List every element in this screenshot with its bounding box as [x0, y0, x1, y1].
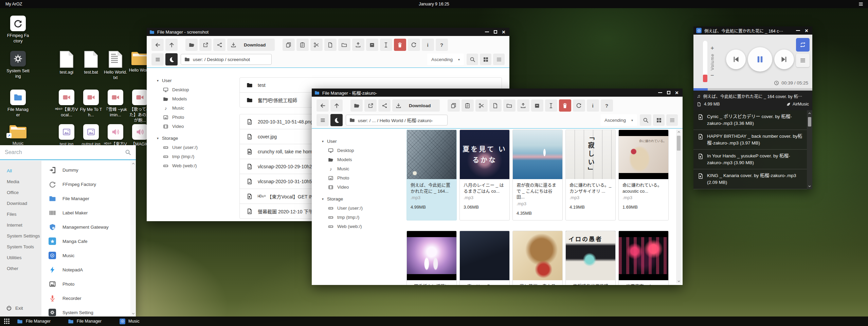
desktop-icon-file-manager[interactable]: File Manager [2, 90, 34, 118]
maximize-button[interactable] [667, 91, 670, 94]
list-view-button[interactable] [493, 54, 505, 65]
sidebar-item-models[interactable]: Models [157, 94, 238, 103]
sidebar-item-desktop[interactable]: Desktop [322, 146, 403, 155]
app-item-dummy[interactable]: Dummy [41, 163, 130, 177]
download-button[interactable]: Download [227, 39, 275, 51]
scroll-down-icon[interactable] [808, 185, 811, 188]
info-button[interactable]: i [587, 99, 599, 112]
back-button[interactable] [151, 39, 164, 51]
new-file-button[interactable] [324, 39, 337, 51]
playlist-item[interactable]: In Your Hands _ yusukeP cover. by 柘榴-zak… [693, 150, 807, 169]
file-tile[interactable]: 命に嫌われている。 命に嫌われている。acoustic co....mp31.6… [618, 130, 669, 220]
refresh-button[interactable] [408, 39, 420, 51]
sidebar-item-tmp-drive[interactable]: tmp (tmp:/) [322, 213, 403, 222]
menu-button[interactable] [317, 114, 329, 126]
sidebar-item-photo[interactable]: Photo [157, 113, 238, 122]
rename-button[interactable] [545, 99, 557, 112]
sidebar-item-tmp-drive[interactable]: tmp (tmp:/) [157, 152, 238, 161]
scrollbar-thumb[interactable] [677, 136, 681, 151]
category-other[interactable]: Other [7, 263, 41, 274]
taskbar-item-file-manager-1[interactable]: File Manager [17, 317, 51, 326]
refresh-button[interactable] [573, 99, 585, 112]
app-item-ffmpeg-factory[interactable]: FFmpeg Factory [41, 177, 130, 191]
sidebar-section-storage[interactable]: ▾Storage [322, 194, 403, 204]
upload-button[interactable] [352, 39, 364, 51]
cut-button[interactable] [310, 39, 323, 51]
app-launcher-icon[interactable] [3, 318, 10, 325]
new-folder-button[interactable] [338, 39, 350, 51]
exit-button[interactable]: Exit [6, 305, 23, 311]
sort-order-select[interactable]: Ascending ▾ [427, 54, 464, 65]
archive-button[interactable] [366, 39, 378, 51]
share-button[interactable] [378, 99, 391, 112]
sidebar-section-user[interactable]: ▾User [157, 76, 238, 85]
taskbar-item-file-manager-2[interactable]: File Manager [68, 317, 102, 326]
paste-button[interactable] [296, 39, 309, 51]
sidebar-section-storage[interactable]: ▾Storage [157, 134, 238, 143]
close-button[interactable]: × [805, 28, 808, 34]
category-utilities[interactable]: Utilities [7, 252, 41, 263]
help-button[interactable]: ? [601, 99, 613, 112]
volume-slider-thumb[interactable] [703, 75, 707, 82]
sidebar-item-music[interactable]: ♪Music [157, 103, 238, 113]
file-tile[interactable]: 幽霊東京 _ Ayase [618, 231, 669, 285]
next-track-button[interactable] [774, 50, 794, 69]
file-tile[interactable]: 夢と葉桜 _ 青木月 [512, 231, 563, 285]
app-item-management-gateway[interactable]: Management Gateway [41, 220, 130, 234]
rename-button[interactable] [380, 39, 392, 51]
sidebar-item-video[interactable]: Video [322, 183, 403, 192]
title-bar[interactable]: File Manager - screenshot × [147, 28, 509, 36]
file-tile[interactable]: 夏を見て いるかな 八月のレイニー _ はるまきごはん co....mp33.0… [459, 130, 510, 220]
minimize-button[interactable] [796, 30, 800, 31]
category-files[interactable]: Files [7, 209, 41, 220]
sidebar-item-user-drive[interactable]: User (user:/) [322, 204, 403, 213]
app-item-label-maker[interactable]: Label Maker [41, 206, 130, 220]
copy-button[interactable] [448, 99, 460, 112]
back-button[interactable] [317, 99, 329, 112]
category-office[interactable]: Office [7, 187, 41, 198]
paste-button[interactable] [462, 99, 474, 112]
new-folder-button[interactable] [503, 99, 516, 112]
playlist-item[interactable]: KING _ Kanaria cover. by 柘榴-zakuro-.mp3 … [693, 169, 807, 189]
category-internet[interactable]: Internet [7, 220, 41, 231]
category-download[interactable]: Download [7, 198, 41, 209]
file-tile[interactable]: 四季折々に揺蕩い [406, 231, 457, 285]
up-button[interactable] [330, 99, 343, 112]
scroll-up-icon[interactable] [131, 162, 135, 166]
volume-down-label[interactable]: − [711, 72, 714, 79]
upload-button[interactable] [517, 99, 529, 112]
path-input[interactable] [358, 118, 444, 123]
new-file-button[interactable] [489, 99, 502, 112]
share-button[interactable] [213, 39, 225, 51]
sort-order-select[interactable]: Ascending ▾ [600, 114, 637, 126]
delete-button[interactable] [559, 99, 571, 112]
volume-up-label[interactable]: + [711, 45, 714, 52]
previous-track-button[interactable] [726, 50, 746, 69]
archive-button[interactable] [531, 99, 543, 112]
path-bar[interactable] [181, 54, 272, 65]
list-view-button[interactable] [666, 114, 678, 126]
menu-button[interactable] [151, 53, 164, 65]
file-tile[interactable]: 「寂しい」 命に嫌われている。_ カンザキイオリ ....mp34.19MB [565, 130, 616, 220]
category-all[interactable]: All [7, 166, 41, 176]
open-external-button[interactable] [199, 39, 212, 51]
search-input[interactable] [5, 149, 125, 155]
sidebar-item-user-drive[interactable]: User (user:/) [157, 143, 238, 152]
desktop-icon-music-folder[interactable]: ↗ Music [2, 124, 34, 146]
desktop-icon-system-setting[interactable]: System Setting [2, 51, 34, 79]
sidebar-item-video[interactable]: Video [157, 122, 238, 131]
sidebar-item-desktop[interactable]: Desktop [157, 85, 238, 94]
cut-button[interactable] [475, 99, 488, 112]
scrollbar-thumb[interactable] [808, 117, 811, 127]
category-system-tools[interactable]: System Tools [7, 242, 41, 252]
sidebar-item-music[interactable]: ♪Music [322, 164, 403, 173]
delete-button[interactable] [394, 39, 406, 51]
path-input[interactable] [193, 57, 268, 62]
scroll-down-icon[interactable] [677, 280, 681, 283]
up-button[interactable] [165, 39, 178, 51]
search-button[interactable] [467, 54, 478, 65]
scroll-up-icon[interactable] [677, 130, 681, 134]
dark-mode-button[interactable] [330, 114, 343, 126]
app-item-manga-cafe[interactable]: Manga Cafe [41, 234, 130, 248]
app-item-photo[interactable]: Photo [41, 277, 130, 291]
